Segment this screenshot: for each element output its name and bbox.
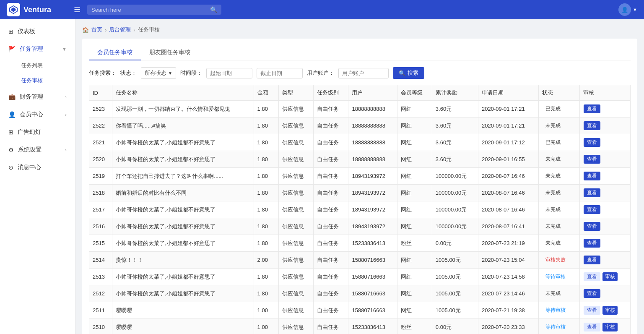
cell-type: 供应信息 xyxy=(279,117,314,134)
cell-action[interactable]: 查看 xyxy=(579,252,630,269)
cell-id: 2511 xyxy=(89,302,112,319)
avatar[interactable]: 👤 xyxy=(618,3,631,16)
cell-date: 2020-08-07 16:41 xyxy=(478,218,539,235)
review-btn[interactable]: 审核 xyxy=(602,306,618,315)
cell-action[interactable]: 查看 审核 xyxy=(579,319,630,334)
hamburger-icon[interactable]: ☰ xyxy=(74,5,80,14)
cell-action[interactable]: 查看 xyxy=(579,117,630,134)
top-right-area: 👤 ▼ xyxy=(618,3,637,16)
sidebar-item-task-list[interactable]: 任务列表 xyxy=(21,58,75,73)
user-account-input[interactable] xyxy=(338,68,389,78)
sidebar-item-label: 会员中心 xyxy=(20,111,43,118)
view-btn[interactable]: 查看 xyxy=(584,205,600,214)
view-btn[interactable]: 查看 xyxy=(584,289,600,298)
col-id: ID xyxy=(89,85,112,101)
cell-action[interactable]: 查看 审核 xyxy=(579,269,630,285)
cell-reward: 100000.00元 xyxy=(432,201,478,218)
cell-action[interactable]: 查看 xyxy=(579,134,630,151)
cell-id: 2518 xyxy=(89,185,112,201)
search-input[interactable] xyxy=(91,7,207,13)
search-button[interactable]: 🔍 搜索 xyxy=(393,67,424,79)
view-btn[interactable]: 查看 xyxy=(584,272,600,281)
sidebar-item-member[interactable]: 👤 会员中心 › xyxy=(0,106,75,123)
view-btn[interactable]: 查看 xyxy=(584,172,600,180)
logo[interactable]: Ventura xyxy=(7,3,74,16)
cell-action[interactable]: 查看 审核 xyxy=(579,302,630,319)
cell-amount: 1.00 xyxy=(254,302,279,319)
cell-level: 自由任务 xyxy=(314,302,348,319)
cell-type: 供应信息 xyxy=(279,101,314,117)
cell-date: 2020-09-01 16:55 xyxy=(478,151,539,168)
finance-icon: 💼 xyxy=(8,94,16,100)
view-btn[interactable]: 查看 xyxy=(584,222,600,231)
cell-action[interactable]: 查看 xyxy=(579,168,630,185)
cell-status: 未完成 xyxy=(539,201,580,218)
end-date-input[interactable] xyxy=(257,68,303,78)
sidebar-item-finance[interactable]: 💼 财务管理 › xyxy=(0,88,75,106)
sidebar-item-label: 财务管理 xyxy=(20,93,43,101)
col-date: 申请日期 xyxy=(478,85,539,101)
cell-name: 小帅哥你橙的太菜了,小姐姐都不好意思了 xyxy=(112,134,254,151)
sidebar-item-settings[interactable]: ⚙ 系统设置 › xyxy=(0,141,75,159)
view-btn[interactable]: 查看 xyxy=(584,138,600,147)
start-date-input[interactable] xyxy=(206,68,252,78)
cell-reward: 0.00元 xyxy=(432,235,478,252)
cell-level: 自由任务 xyxy=(314,185,348,201)
review-btn[interactable]: 审核 xyxy=(602,272,618,281)
cell-date: 2020-08-07 16:46 xyxy=(478,168,539,185)
cell-action[interactable]: 查看 xyxy=(579,151,630,168)
status-select[interactable]: 所有状态 ▼ xyxy=(141,67,176,79)
cell-action[interactable]: 查看 xyxy=(579,101,630,117)
cell-action[interactable]: 查看 xyxy=(579,185,630,201)
col-user: 用户 xyxy=(348,85,397,101)
cell-action[interactable]: 查看 xyxy=(579,285,630,302)
cell-type: 供应信息 xyxy=(279,302,314,319)
cell-reward: 100000.00元 xyxy=(432,168,478,185)
view-btn[interactable]: 查看 xyxy=(584,256,600,264)
cell-date: 2020-08-07 16:46 xyxy=(478,201,539,218)
breadcrumb: 🏠 首页 › 后台管理 › 任务审核 xyxy=(82,26,637,34)
view-btn[interactable]: 查看 xyxy=(584,104,600,113)
sidebar-item-ad[interactable]: ⊞ 广告幻灯 xyxy=(0,123,75,141)
cell-action[interactable]: 查看 xyxy=(579,218,630,235)
cell-name: 小帅哥你橙的太菜了,小姐姐都不好意思了 xyxy=(112,285,254,302)
sidebar-item-task-review[interactable]: 任务审核 xyxy=(21,73,75,88)
table-container: ID 任务名称 金额 类型 任务级别 用户 会员等级 累计奖励 申请日期 状态 … xyxy=(89,85,631,334)
search-btn-label: 搜索 xyxy=(408,69,418,77)
cell-user: 15880716663 xyxy=(348,285,397,302)
chevron-down-icon[interactable]: ▼ xyxy=(633,7,637,12)
cell-name: 小帅哥你橙的太菜了,小姐姐都不好意思了 xyxy=(112,269,254,285)
ad-icon: ⊞ xyxy=(8,129,13,136)
view-btn[interactable]: 查看 xyxy=(584,306,600,315)
tab-member-task-review[interactable]: 会员任务审核 xyxy=(89,45,141,60)
cell-date: 2020-08-07 16:46 xyxy=(478,185,539,201)
cell-action[interactable]: 查看 xyxy=(579,235,630,252)
search-icon: 🔍 xyxy=(210,6,217,13)
cell-member: 粉丝 xyxy=(397,319,432,334)
svg-marker-1 xyxy=(11,8,16,12)
cell-user: 18943193972 xyxy=(348,168,397,185)
cell-status: 审核失败 xyxy=(539,252,580,269)
message-icon: ⊙ xyxy=(8,164,13,171)
sidebar-item-task-management[interactable]: 🚩 任务管理 ▼ xyxy=(0,40,75,58)
breadcrumb-home[interactable]: 首页 xyxy=(91,26,102,34)
cell-amount: 2.00 xyxy=(254,252,279,269)
logo-icon xyxy=(7,3,20,16)
cell-member: 网红 xyxy=(397,185,432,201)
cell-status: 等待审核 xyxy=(539,319,580,334)
sidebar-item-message[interactable]: ⊙ 消息中心 xyxy=(0,159,75,176)
cell-name: 嘤嘤嘤 xyxy=(112,319,254,334)
view-btn[interactable]: 查看 xyxy=(584,121,600,130)
view-btn[interactable]: 查看 xyxy=(584,239,600,248)
sidebar-item-dashboard[interactable]: ⊞ 仪表板 xyxy=(0,23,75,40)
view-btn[interactable]: 查看 xyxy=(584,188,600,197)
review-btn[interactable]: 审核 xyxy=(602,323,618,331)
view-btn[interactable]: 查看 xyxy=(584,155,600,164)
view-btn[interactable]: 查看 xyxy=(584,323,600,331)
breadcrumb-backend[interactable]: 后台管理 xyxy=(109,26,131,34)
tab-friend-task-review[interactable]: 朋友圈任务审核 xyxy=(141,45,199,60)
cell-action[interactable]: 查看 xyxy=(579,201,630,218)
search-bar[interactable]: 🔍 xyxy=(87,5,221,15)
cell-amount: 1.80 xyxy=(254,151,279,168)
content-card: 会员任务审核 朋友圈任务审核 任务搜索： 状态： 所有状态 ▼ 时间段： 用户账… xyxy=(82,39,637,334)
